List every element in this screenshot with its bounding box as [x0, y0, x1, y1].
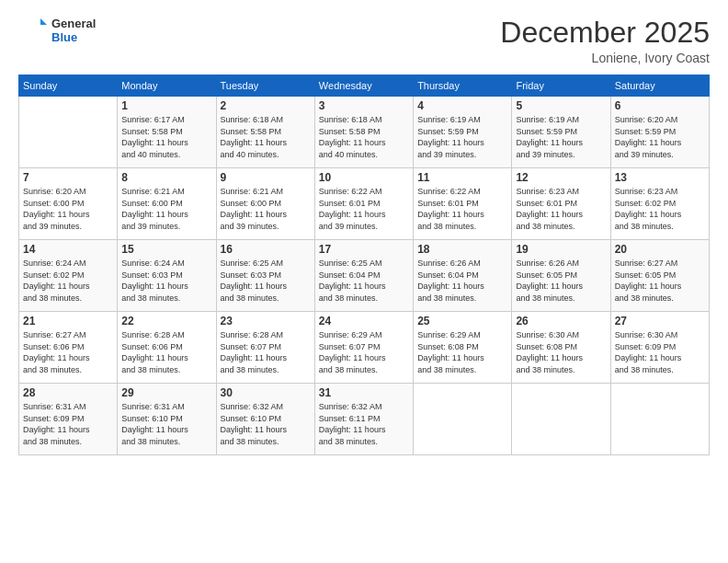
calendar-cell: 6Sunrise: 6:20 AM Sunset: 5:59 PM Daylig… — [610, 97, 709, 168]
day-info: Sunrise: 6:19 AM Sunset: 5:59 PM Dayligh… — [516, 114, 606, 160]
day-number: 30 — [221, 386, 311, 399]
day-number: 25 — [417, 315, 507, 327]
day-info: Sunrise: 6:32 AM Sunset: 6:11 PM Dayligh… — [319, 401, 409, 447]
calendar-cell: 27Sunrise: 6:30 AM Sunset: 6:09 PM Dayli… — [610, 312, 709, 384]
calendar-cell: 30Sunrise: 6:32 AM Sunset: 6:10 PM Dayli… — [216, 384, 314, 455]
week-row-2: 7Sunrise: 6:20 AM Sunset: 6:00 PM Daylig… — [19, 168, 710, 240]
day-info: Sunrise: 6:31 AM Sunset: 6:10 PM Dayligh… — [121, 401, 211, 447]
title-block: December 2025 Loniene, Ivory Coast — [500, 17, 710, 65]
day-number: 23 — [221, 315, 311, 327]
day-number: 22 — [121, 315, 211, 327]
day-number: 8 — [121, 171, 211, 184]
calendar-cell: 21Sunrise: 6:27 AM Sunset: 6:06 PM Dayli… — [19, 312, 118, 384]
calendar-cell: 16Sunrise: 6:25 AM Sunset: 6:03 PM Dayli… — [216, 240, 314, 312]
day-number: 28 — [23, 386, 113, 399]
day-number: 18 — [417, 243, 507, 256]
day-number: 15 — [121, 243, 211, 256]
logo-svg — [18, 17, 48, 46]
calendar-cell: 22Sunrise: 6:28 AM Sunset: 6:06 PM Dayli… — [118, 312, 216, 384]
day-number: 9 — [221, 171, 311, 184]
calendar-cell: 4Sunrise: 6:19 AM Sunset: 5:59 PM Daylig… — [414, 97, 512, 168]
day-info: Sunrise: 6:31 AM Sunset: 6:09 PM Dayligh… — [23, 401, 113, 447]
day-info: Sunrise: 6:24 AM Sunset: 6:03 PM Dayligh… — [121, 258, 211, 304]
calendar-cell: 20Sunrise: 6:27 AM Sunset: 6:05 PM Dayli… — [610, 240, 709, 312]
calendar-cell: 2Sunrise: 6:18 AM Sunset: 5:58 PM Daylig… — [216, 97, 314, 168]
calendar-cell: 23Sunrise: 6:28 AM Sunset: 6:07 PM Dayli… — [216, 312, 314, 384]
header-cell-tuesday: Tuesday — [216, 75, 314, 97]
header-cell-friday: Friday — [512, 75, 610, 97]
day-number: 20 — [615, 243, 705, 256]
day-number: 3 — [319, 99, 409, 112]
day-number: 29 — [121, 386, 211, 399]
day-info: Sunrise: 6:18 AM Sunset: 5:58 PM Dayligh… — [221, 114, 311, 160]
svg-rect-0 — [18, 17, 48, 46]
calendar-cell: 25Sunrise: 6:29 AM Sunset: 6:08 PM Dayli… — [414, 312, 512, 384]
day-info: Sunrise: 6:21 AM Sunset: 6:00 PM Dayligh… — [121, 186, 211, 232]
day-info: Sunrise: 6:22 AM Sunset: 6:01 PM Dayligh… — [417, 186, 507, 232]
day-info: Sunrise: 6:19 AM Sunset: 5:59 PM Dayligh… — [417, 114, 507, 160]
calendar-cell: 7Sunrise: 6:20 AM Sunset: 6:00 PM Daylig… — [19, 168, 118, 240]
day-number: 6 — [615, 99, 705, 112]
day-info: Sunrise: 6:29 AM Sunset: 6:08 PM Dayligh… — [417, 329, 507, 375]
day-number: 26 — [516, 315, 606, 327]
day-info: Sunrise: 6:28 AM Sunset: 6:07 PM Dayligh… — [221, 329, 311, 375]
calendar-cell: 10Sunrise: 6:22 AM Sunset: 6:01 PM Dayli… — [314, 168, 413, 240]
day-number: 24 — [319, 315, 409, 327]
calendar-cell: 13Sunrise: 6:23 AM Sunset: 6:02 PM Dayli… — [610, 168, 709, 240]
logo: General Blue — [18, 17, 96, 46]
calendar-cell: 15Sunrise: 6:24 AM Sunset: 6:03 PM Dayli… — [118, 240, 216, 312]
header-cell-monday: Monday — [118, 75, 216, 97]
day-info: Sunrise: 6:27 AM Sunset: 6:06 PM Dayligh… — [23, 329, 113, 375]
calendar-cell: 31Sunrise: 6:32 AM Sunset: 6:11 PM Dayli… — [314, 384, 413, 455]
week-row-5: 28Sunrise: 6:31 AM Sunset: 6:09 PM Dayli… — [19, 384, 710, 455]
header-cell-saturday: Saturday — [610, 75, 709, 97]
calendar-cell: 29Sunrise: 6:31 AM Sunset: 6:10 PM Dayli… — [118, 384, 216, 455]
calendar-cell — [512, 384, 610, 455]
day-number: 27 — [615, 315, 705, 327]
day-number: 17 — [319, 243, 409, 256]
week-row-3: 14Sunrise: 6:24 AM Sunset: 6:02 PM Dayli… — [19, 240, 710, 312]
calendar-cell: 9Sunrise: 6:21 AM Sunset: 6:00 PM Daylig… — [216, 168, 314, 240]
location-subtitle: Loniene, Ivory Coast — [500, 51, 710, 65]
day-info: Sunrise: 6:17 AM Sunset: 5:58 PM Dayligh… — [121, 114, 211, 160]
header-row: SundayMondayTuesdayWednesdayThursdayFrid… — [19, 75, 710, 97]
day-info: Sunrise: 6:30 AM Sunset: 6:08 PM Dayligh… — [516, 329, 606, 375]
day-number: 7 — [23, 171, 113, 184]
day-number: 19 — [516, 243, 606, 256]
week-row-1: 1Sunrise: 6:17 AM Sunset: 5:58 PM Daylig… — [19, 97, 710, 168]
day-info: Sunrise: 6:29 AM Sunset: 6:07 PM Dayligh… — [319, 329, 409, 375]
day-number: 11 — [417, 171, 507, 184]
calendar-cell: 18Sunrise: 6:26 AM Sunset: 6:04 PM Dayli… — [414, 240, 512, 312]
day-number: 4 — [417, 99, 507, 112]
day-number: 1 — [121, 99, 211, 112]
day-info: Sunrise: 6:28 AM Sunset: 6:06 PM Dayligh… — [121, 329, 211, 375]
day-info: Sunrise: 6:32 AM Sunset: 6:10 PM Dayligh… — [221, 401, 311, 447]
day-info: Sunrise: 6:25 AM Sunset: 6:03 PM Dayligh… — [221, 258, 311, 304]
calendar-cell: 8Sunrise: 6:21 AM Sunset: 6:00 PM Daylig… — [118, 168, 216, 240]
calendar-cell — [610, 384, 709, 455]
calendar-cell: 5Sunrise: 6:19 AM Sunset: 5:59 PM Daylig… — [512, 97, 610, 168]
day-info: Sunrise: 6:21 AM Sunset: 6:00 PM Dayligh… — [221, 186, 311, 232]
calendar-cell: 17Sunrise: 6:25 AM Sunset: 6:04 PM Dayli… — [314, 240, 413, 312]
day-info: Sunrise: 6:20 AM Sunset: 6:00 PM Dayligh… — [23, 186, 113, 232]
svg-marker-1 — [40, 18, 47, 25]
day-info: Sunrise: 6:23 AM Sunset: 6:02 PM Dayligh… — [615, 186, 705, 232]
day-number: 5 — [516, 99, 606, 112]
day-number: 31 — [319, 386, 409, 399]
day-info: Sunrise: 6:20 AM Sunset: 5:59 PM Dayligh… — [615, 114, 705, 160]
calendar-cell: 26Sunrise: 6:30 AM Sunset: 6:08 PM Dayli… — [512, 312, 610, 384]
month-title: December 2025 — [500, 17, 710, 49]
day-number: 13 — [615, 171, 705, 184]
calendar-cell: 12Sunrise: 6:23 AM Sunset: 6:01 PM Dayli… — [512, 168, 610, 240]
logo-line1: General — [51, 17, 96, 31]
header-cell-wednesday: Wednesday — [314, 75, 413, 97]
day-number: 14 — [23, 243, 113, 256]
header-cell-sunday: Sunday — [19, 75, 118, 97]
calendar-cell: 19Sunrise: 6:26 AM Sunset: 6:05 PM Dayli… — [512, 240, 610, 312]
day-info: Sunrise: 6:22 AM Sunset: 6:01 PM Dayligh… — [319, 186, 409, 232]
calendar-cell: 3Sunrise: 6:18 AM Sunset: 5:58 PM Daylig… — [314, 97, 413, 168]
day-number: 12 — [516, 171, 606, 184]
calendar-cell: 11Sunrise: 6:22 AM Sunset: 6:01 PM Dayli… — [414, 168, 512, 240]
day-info: Sunrise: 6:27 AM Sunset: 6:05 PM Dayligh… — [615, 258, 705, 304]
day-info: Sunrise: 6:25 AM Sunset: 6:04 PM Dayligh… — [319, 258, 409, 304]
